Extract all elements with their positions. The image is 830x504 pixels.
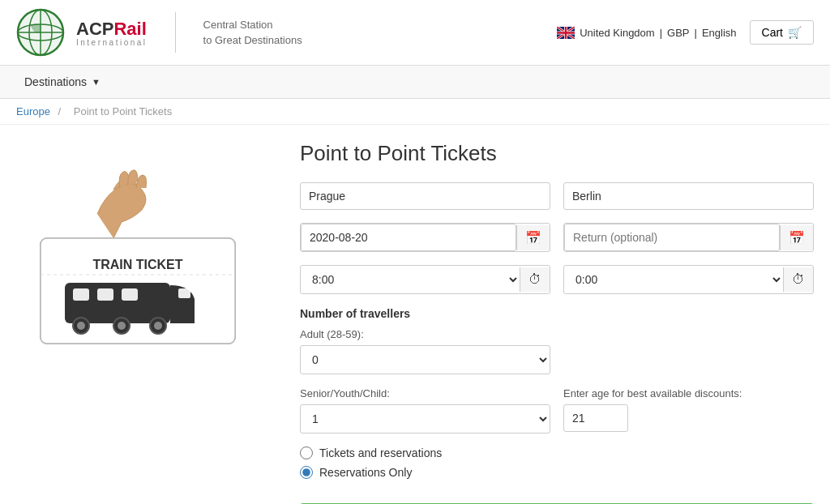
header-right: United Kingdom | GBP | English Cart 🛒	[557, 20, 814, 45]
departure-time-select[interactable]: 0:001:002:003:004:005:006:007:008:009:00…	[301, 266, 520, 293]
departure-date-wrapper: 📅	[300, 223, 550, 252]
return-time-select[interactable]: 0:001:002:003:004:005:006:007:008:009:00…	[564, 266, 783, 293]
adult-select[interactable]: 0123456789	[300, 345, 550, 374]
senior-select[interactable]: 0123456789	[300, 404, 550, 434]
senior-row: Senior/Youth/Child: 0123456789 Enter age…	[300, 387, 814, 434]
cart-label: Cart	[762, 26, 783, 39]
destinations-chevron-icon: ▼	[92, 77, 101, 87]
locale-language: English	[702, 27, 737, 39]
svg-rect-20	[178, 288, 190, 298]
date-row: 📅 📅	[300, 223, 814, 252]
origin-input[interactable]	[300, 182, 550, 210]
cart-icon: 🛒	[788, 26, 802, 39]
origin-group	[300, 182, 550, 210]
locale-info: United Kingdom | GBP | English	[557, 27, 736, 39]
breadcrumb: Europe / Point to Point Tickets	[0, 99, 830, 125]
senior-group: Senior/Youth/Child: 0123456789	[300, 387, 550, 434]
departure-time-group: 0:001:002:003:004:005:006:007:008:009:00…	[300, 265, 550, 294]
departure-time-icon[interactable]: ⏱	[520, 267, 550, 292]
adult-group: Adult (28-59): 0123456789	[300, 328, 550, 374]
locale-separator2: |	[695, 27, 697, 39]
svg-text:TRAIN TICKET: TRAIN TICKET	[92, 258, 182, 271]
departure-date-input[interactable]	[301, 224, 516, 251]
navbar: Destinations ▼	[0, 66, 830, 99]
breadcrumb-current: Point to Point Tickets	[74, 105, 172, 117]
svg-point-19	[154, 322, 162, 330]
adult-row: Adult (28-59): 0123456789	[300, 328, 814, 374]
logo-area: ACPRail International Central Station to…	[16, 8, 302, 57]
form-area: Point to Point Tickets 📅 📅	[300, 141, 814, 504]
departure-date-group: 📅	[300, 223, 550, 252]
image-area: TRAIN TICKET	[16, 141, 276, 504]
adult-label: Adult (28-59):	[300, 328, 550, 340]
tagline-line1: Central Station	[203, 17, 302, 33]
uk-flag-icon	[557, 27, 575, 39]
tickets-reservations-radio[interactable]	[300, 446, 313, 459]
time-row: 0:001:002:003:004:005:006:007:008:009:00…	[300, 265, 814, 294]
page-title: Point to Point Tickets	[300, 141, 814, 166]
travellers-label: Number of travellers	[300, 307, 814, 320]
destinations-label: Destinations	[24, 75, 87, 88]
svg-rect-13	[122, 288, 138, 301]
svg-point-17	[118, 322, 126, 330]
header-divider	[175, 12, 176, 53]
logo-rail: Rail	[113, 19, 146, 39]
adult-spacer	[563, 328, 814, 374]
main-content: TRAIN TICKET Point to Point Tickets 📅	[0, 125, 830, 504]
svg-point-15	[77, 322, 85, 330]
destination-input[interactable]	[563, 182, 814, 210]
return-calendar-icon[interactable]: 📅	[780, 225, 813, 250]
train-ticket-image: TRAIN TICKET	[16, 141, 259, 352]
locale-country: United Kingdom	[580, 27, 655, 39]
return-time-wrapper: 0:001:002:003:004:005:006:007:008:009:00…	[563, 265, 814, 294]
reservations-only-label[interactable]: Reservations Only	[300, 466, 814, 479]
logo-globe-icon	[16, 8, 65, 57]
svg-point-5	[18, 10, 63, 55]
return-time-group: 0:001:002:003:004:005:006:007:008:009:00…	[563, 265, 814, 294]
return-date-input[interactable]	[564, 224, 780, 251]
senior-label: Senior/Youth/Child:	[300, 387, 550, 399]
tickets-reservations-label[interactable]: Tickets and reservations	[300, 446, 814, 459]
svg-rect-11	[73, 288, 89, 301]
origin-destination-row	[300, 182, 814, 210]
ticket-type-group: Tickets and reservations Reservations On…	[300, 446, 814, 479]
tagline-line2: to Great Destinations	[203, 32, 302, 49]
logo-acp: ACP	[76, 19, 113, 39]
logo-international: International	[76, 38, 148, 47]
logo-tagline: Central Station to Great Destinations	[203, 17, 302, 49]
return-time-icon[interactable]: ⏱	[783, 267, 813, 292]
departure-time-wrapper: 0:001:002:003:004:005:006:007:008:009:00…	[300, 265, 550, 294]
nav-destinations[interactable]: Destinations ▼	[16, 66, 109, 98]
svg-rect-12	[97, 288, 113, 301]
breadcrumb-separator: /	[58, 105, 62, 117]
age-discount-group: Enter age for best available discounts:	[563, 387, 814, 434]
locale-separator1: |	[660, 27, 662, 39]
reservations-only-text: Reservations Only	[319, 466, 412, 479]
departure-calendar-icon[interactable]: 📅	[516, 225, 550, 250]
return-date-group: 📅	[563, 223, 814, 252]
breadcrumb-europe[interactable]: Europe	[16, 105, 50, 117]
age-discount-input[interactable]	[563, 404, 628, 432]
age-discount-label: Enter age for best available discounts:	[563, 387, 814, 399]
tickets-reservations-text: Tickets and reservations	[319, 446, 442, 459]
header: ACPRail International Central Station to…	[0, 0, 830, 66]
reservations-only-radio[interactable]	[300, 466, 313, 479]
logo-text: ACPRail International	[76, 19, 148, 47]
cart-button[interactable]: Cart 🛒	[750, 20, 814, 45]
locale-currency: GBP	[667, 27, 689, 39]
return-date-wrapper: 📅	[563, 223, 814, 252]
destination-group	[563, 182, 814, 210]
